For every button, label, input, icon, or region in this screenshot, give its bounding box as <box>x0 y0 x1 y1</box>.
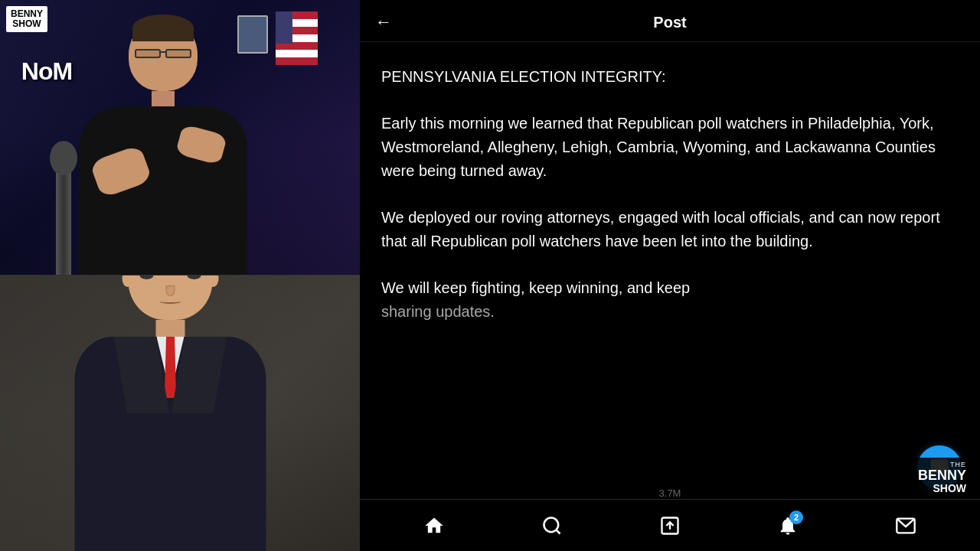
post-content: PENNSYLVANIA ELECTION INTEGRITY: Early t… <box>360 42 980 499</box>
post-paragraph-3: We deployed our roving attorneys, engage… <box>381 206 959 253</box>
nav-compose[interactable] <box>650 509 690 543</box>
compose-icon <box>659 515 681 536</box>
svg-line-1 <box>556 530 560 533</box>
post-paragraph-2: Early this morning we learned that Repub… <box>381 112 959 183</box>
nav-notifications[interactable]: 2 <box>768 509 808 543</box>
video-bottom <box>0 276 360 551</box>
post-header: ← Post <box>360 0 980 42</box>
post-paragraph-1: PENNSYLVANIA ELECTION INTEGRITY: <box>381 65 959 89</box>
benny-logo-bottom-right: THE BENNY SHOW <box>912 458 972 497</box>
bottom-nav: 2 <box>360 499 980 551</box>
benny-logo-top: BENNY SHOW <box>6 6 47 32</box>
person-top <box>79 18 247 275</box>
post-paragraph-4: We will keep fighting, keep winning, and… <box>381 276 959 324</box>
nav-messages[interactable] <box>886 509 926 543</box>
home-icon <box>423 515 445 536</box>
person-bottom <box>75 276 266 551</box>
nav-search[interactable] <box>532 509 572 543</box>
mail-icon <box>895 515 916 536</box>
nav-home[interactable] <box>414 509 454 543</box>
video-panel: BENNY SHOW NoM <box>0 0 360 551</box>
svg-point-0 <box>544 517 559 532</box>
nom-text: NoM <box>0 33 93 110</box>
search-icon <box>541 515 563 536</box>
stat-text: 3.7M <box>659 487 681 499</box>
video-top: BENNY SHOW NoM <box>0 0 360 276</box>
notification-badge: 2 <box>789 510 803 524</box>
back-button[interactable]: ← <box>375 14 392 31</box>
post-title: Post <box>653 14 686 31</box>
post-panel: ← Post PENNSYLVANIA ELECTION INTEGRITY: … <box>360 0 980 551</box>
